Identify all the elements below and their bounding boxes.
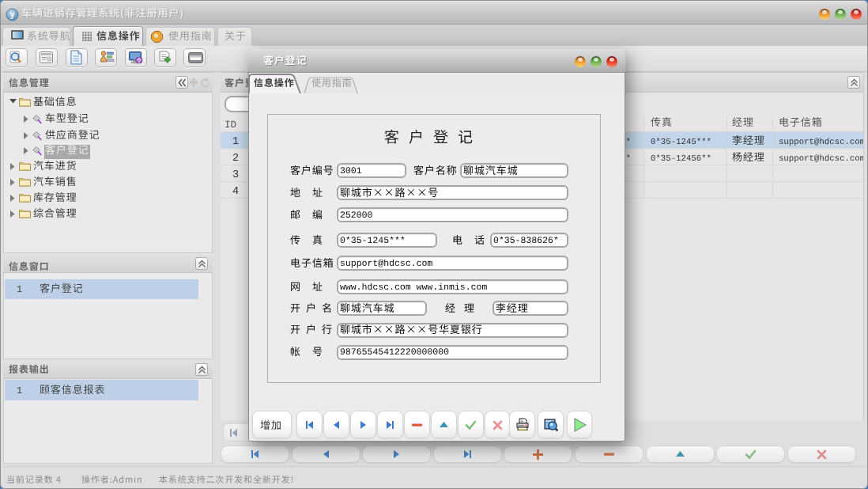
- svg-text:y: y: [10, 10, 15, 19]
